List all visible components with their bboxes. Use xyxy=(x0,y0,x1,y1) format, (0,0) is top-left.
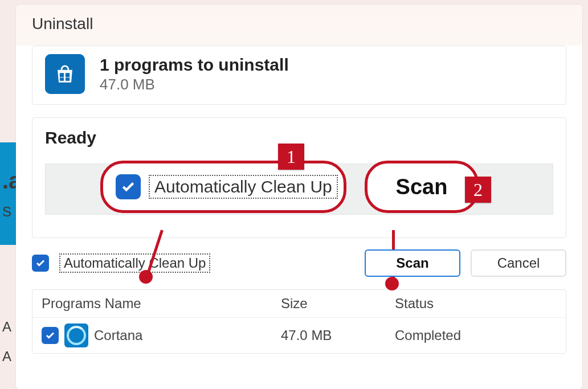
summary-size: 47.0 MB xyxy=(100,76,289,93)
annotation-dot-1 xyxy=(139,270,153,284)
bg-letter: A xyxy=(2,319,11,335)
summary-headline: 1 programs to uninstall xyxy=(100,55,289,75)
dialog-title: Uninstall xyxy=(16,5,582,46)
svg-rect-1 xyxy=(66,73,70,77)
summary-panel: 1 programs to uninstall 47.0 MB xyxy=(32,46,566,105)
auto-clean-label-big: Automatically Clean Up xyxy=(149,175,338,199)
svg-rect-3 xyxy=(66,77,70,81)
scan-label-big: Scan xyxy=(396,175,448,199)
row-program-name: Cortana xyxy=(94,327,142,343)
bg-letter: A xyxy=(2,349,11,365)
auto-clean-label: Automatically Clean Up xyxy=(59,253,210,273)
callout-auto-clean: Automatically Clean Up xyxy=(100,161,346,213)
table-row[interactable]: Cortana 47.0 MB Completed xyxy=(32,318,566,353)
col-header-size[interactable]: Size xyxy=(281,296,395,312)
auto-clean-checkbox[interactable] xyxy=(32,255,49,272)
controls-row: Automatically Clean Up Scan Cancel xyxy=(32,249,566,277)
cortana-icon xyxy=(64,324,88,347)
annotation-badge-2: 2 xyxy=(465,177,491,203)
action-bar: Automatically Clean Up 1 Scan 2 xyxy=(45,163,553,215)
cancel-button-label: Cancel xyxy=(497,255,540,271)
col-header-name[interactable]: Programs Name xyxy=(42,296,281,312)
table-header: Programs Name Size Status xyxy=(32,290,566,318)
svg-rect-2 xyxy=(60,77,64,81)
row-checkbox[interactable] xyxy=(42,327,59,344)
scan-button-label: Scan xyxy=(396,255,428,271)
background-stripe xyxy=(0,142,17,245)
programs-table: Programs Name Size Status Cortana 47.0 M… xyxy=(32,289,566,354)
scan-button[interactable]: Scan xyxy=(365,249,460,277)
cancel-button[interactable]: Cancel xyxy=(471,249,566,277)
callout-scan: Scan xyxy=(365,161,479,213)
uninstall-dialog: Uninstall 1 programs to uninstall 47.0 M… xyxy=(16,5,582,389)
store-icon xyxy=(45,54,85,94)
annotation-badge-1: 1 xyxy=(278,144,304,170)
svg-rect-0 xyxy=(60,73,64,77)
status-panel: Ready Automatically Clean Up 1 Scan 2 xyxy=(32,117,566,238)
col-header-status[interactable]: Status xyxy=(395,296,557,312)
row-status: Completed xyxy=(395,327,557,343)
auto-clean-checkbox-big[interactable] xyxy=(116,174,141,199)
row-size: 47.0 MB xyxy=(281,327,395,343)
bg-letter: S xyxy=(2,204,11,220)
annotation-dot-2 xyxy=(385,277,399,290)
